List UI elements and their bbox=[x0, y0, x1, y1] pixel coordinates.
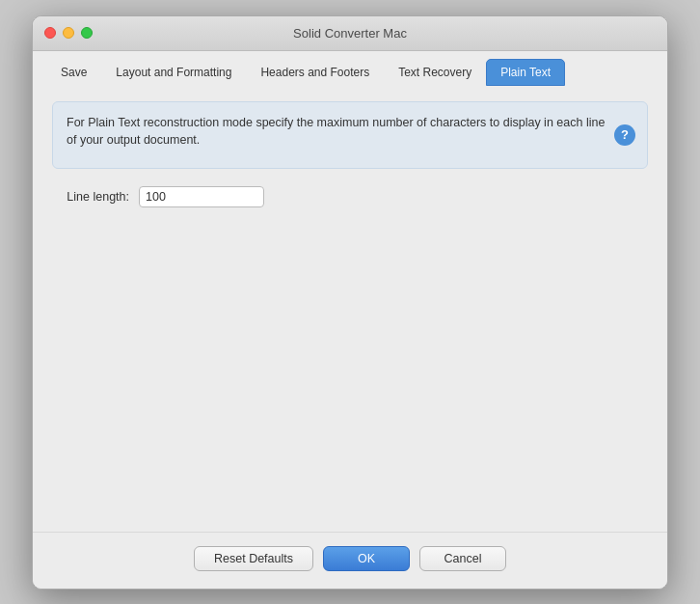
tab-recovery[interactable]: Text Recovery bbox=[384, 59, 486, 86]
content-area: For Plain Text reconstruction mode speci… bbox=[33, 86, 667, 532]
line-length-row: Line length: bbox=[52, 186, 648, 207]
cancel-button[interactable]: Cancel bbox=[419, 546, 506, 571]
maximize-button[interactable] bbox=[81, 27, 93, 39]
line-length-input[interactable] bbox=[139, 186, 264, 207]
reset-defaults-button[interactable]: Reset Defaults bbox=[194, 546, 313, 571]
tab-plaintext[interactable]: Plain Text bbox=[486, 59, 565, 86]
tab-save[interactable]: Save bbox=[46, 59, 101, 86]
button-bar: Reset Defaults OK Cancel bbox=[33, 532, 667, 589]
minimize-button[interactable] bbox=[63, 27, 74, 39]
line-length-label: Line length: bbox=[52, 190, 129, 204]
info-text: For Plain Text reconstruction mode speci… bbox=[67, 114, 608, 151]
main-window: Solid Converter Mac Save Layout and Form… bbox=[32, 15, 668, 590]
tab-layout[interactable]: Layout and Formatting bbox=[101, 59, 246, 86]
close-button[interactable] bbox=[44, 27, 56, 39]
help-icon[interactable]: ? bbox=[614, 124, 635, 146]
titlebar: Solid Converter Mac bbox=[33, 16, 667, 51]
window-title: Solid Converter Mac bbox=[293, 26, 407, 41]
ok-button[interactable]: OK bbox=[323, 546, 410, 571]
info-box: For Plain Text reconstruction mode speci… bbox=[52, 101, 648, 169]
content-spacer bbox=[52, 223, 648, 512]
tab-bar: Save Layout and Formatting Headers and F… bbox=[33, 51, 667, 86]
tab-headers[interactable]: Headers and Footers bbox=[246, 59, 384, 86]
traffic-lights bbox=[44, 27, 93, 39]
